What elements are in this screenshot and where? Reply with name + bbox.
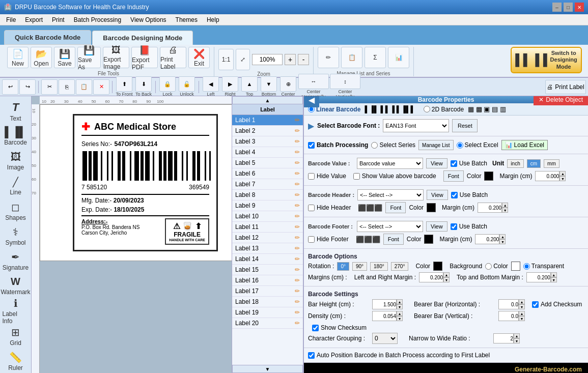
menubar-item-themes[interactable]: Themes: [172, 15, 202, 24]
bar-height-down[interactable]: ▼: [397, 304, 403, 309]
bar-height-input[interactable]: [372, 299, 397, 309]
header-view-button[interactable]: View: [427, 190, 448, 200]
batch-processing-check[interactable]: Batch Processing: [308, 141, 368, 149]
ean-font-select[interactable]: EAN13 Font: [383, 119, 449, 132]
barcode-value-view-button[interactable]: View: [426, 158, 447, 168]
redo-button[interactable]: ↪: [19, 79, 36, 95]
label-edit-icon[interactable]: ✏: [295, 277, 300, 284]
copy-button[interactable]: ⎘: [59, 79, 75, 95]
label-edit-icon[interactable]: ✏: [295, 234, 300, 241]
right-button[interactable]: ▶: [222, 76, 238, 92]
switch-mode-button[interactable]: ▌▌▐▐ Switch to Designing Mode: [511, 47, 582, 73]
options-color-box[interactable]: [433, 262, 442, 271]
menubar-item-help[interactable]: Help: [203, 15, 223, 24]
label-edit-icon[interactable]: ✏: [295, 202, 300, 209]
footer-color-box[interactable]: [424, 235, 433, 244]
edit-btn[interactable]: ✏: [318, 47, 339, 68]
print-label-button[interactable]: 🖨 Print Label: [160, 47, 186, 68]
new-button[interactable]: 📄 New: [7, 47, 29, 68]
header-margin-input[interactable]: [478, 203, 502, 213]
save-button[interactable]: 💾 Save: [54, 47, 75, 68]
density-down[interactable]: ▼: [397, 316, 403, 321]
bar-height-up[interactable]: ▲: [397, 299, 403, 304]
label-edit-icon[interactable]: ✏: [295, 159, 300, 166]
label-item-16[interactable]: Label 16✏: [232, 275, 303, 286]
barcode-footer-select[interactable]: <-- Select -->: [357, 221, 423, 232]
unlock-button[interactable]: 🔓: [179, 76, 195, 92]
shapes-tool[interactable]: ◻ Shapes: [3, 199, 29, 223]
close-button[interactable]: ✕: [575, 3, 584, 12]
bg-transparent-input[interactable]: [523, 263, 530, 270]
menubar-item-export[interactable]: Export: [21, 15, 47, 24]
label-item-15[interactable]: Label 15✏: [232, 265, 303, 275]
header-margin-up[interactable]: ▲: [502, 203, 508, 208]
label-item-13[interactable]: Label 13✏: [232, 243, 303, 254]
select-excel-input[interactable]: [457, 142, 463, 149]
label-info-tool[interactable]: ℹ Label Info: [3, 299, 29, 323]
label-item-4[interactable]: Label 4✏: [232, 147, 303, 158]
narrow-wide-up[interactable]: ▲: [514, 333, 520, 338]
label-scroll-up[interactable]: ▲: [232, 96, 303, 104]
hide-header-check[interactable]: Hide Header: [308, 204, 351, 211]
batch-processing-input[interactable]: [308, 142, 315, 149]
show-checksum-check[interactable]: Show Checksum: [312, 324, 367, 331]
lock-button[interactable]: 🔒: [159, 76, 176, 92]
hide-value-check[interactable]: Hide Value: [308, 173, 346, 180]
quick-mode-tab[interactable]: Quick Barcode Mode: [4, 30, 91, 45]
label-item-14[interactable]: Label 14✏: [232, 254, 303, 265]
value-margin-down[interactable]: ▼: [559, 176, 566, 181]
zoom-ratio-btn[interactable]: 1:1: [218, 49, 234, 70]
exit-button[interactable]: ❌ Exit: [188, 47, 210, 68]
barcode-canvas[interactable]: ✚ ABC Medical Store Series No:- 547OP963…: [40, 104, 232, 261]
char-grouping-select[interactable]: 0: [372, 333, 398, 344]
text-tool[interactable]: T Text: [3, 99, 29, 123]
list-btn[interactable]: 📋: [341, 47, 362, 68]
auto-position-input[interactable]: [308, 352, 315, 359]
bearer-bar-v-up[interactable]: ▲: [519, 311, 525, 316]
watermark-tool[interactable]: W Watermark: [3, 274, 29, 298]
label-item-5[interactable]: Label 5✏: [232, 158, 303, 168]
label-edit-icon[interactable]: ✏: [295, 181, 300, 188]
designing-mode-tab[interactable]: Barcode Designing Mode: [92, 31, 193, 45]
two-d-barcode-input[interactable]: [424, 106, 430, 112]
barcode-header-select[interactable]: <-- Select -->: [357, 189, 424, 200]
lr-margin-input[interactable]: [419, 272, 443, 282]
hide-footer-input[interactable]: [308, 236, 315, 243]
label-edit-icon[interactable]: ✏: [295, 149, 300, 156]
barcode-value-select[interactable]: Barcode value: [357, 158, 423, 169]
label-edit-icon[interactable]: ✏: [295, 170, 300, 177]
menubar-item-batch-processing[interactable]: Batch Processing: [70, 15, 125, 24]
sigma-btn[interactable]: Σ: [365, 47, 386, 68]
label-item-19[interactable]: Label 19✏: [232, 307, 303, 318]
label-scroll-down[interactable]: ▼: [232, 365, 303, 373]
paste-button[interactable]: 📋: [76, 79, 92, 95]
add-checksum-check[interactable]: Add Checksum: [532, 301, 582, 308]
grid-tool[interactable]: ⊞ Grid: [3, 324, 29, 348]
center-v-button[interactable]: ↕: [330, 74, 360, 89]
label-item-3[interactable]: Label 3✏: [232, 136, 303, 147]
minimize-button[interactable]: –: [552, 3, 562, 12]
center-button[interactable]: ⊕: [280, 76, 296, 92]
left-button[interactable]: ◀: [203, 76, 219, 92]
show-checksum-input[interactable]: [312, 325, 319, 331]
show-above-check[interactable]: Show Value above barcode: [353, 173, 436, 180]
cut-button[interactable]: ✂: [41, 79, 58, 95]
bearer-bar-h-input[interactable]: [498, 299, 519, 309]
delete-object-button[interactable]: ✕ Delete Object: [534, 96, 588, 105]
footer-use-batch-input[interactable]: [451, 223, 457, 230]
rot-180-button[interactable]: 180°: [370, 262, 388, 271]
label-edit-icon[interactable]: ✏: [295, 213, 300, 220]
bg-transparent-radio[interactable]: Transparent: [523, 263, 564, 270]
menubar-item-view-options[interactable]: View Options: [126, 15, 170, 24]
label-item-2[interactable]: Label 2✏: [232, 126, 303, 136]
label-edit-icon[interactable]: ✏: [295, 138, 300, 145]
header-use-batch-check[interactable]: Use Batch: [451, 191, 488, 198]
undo-button[interactable]: ↩: [2, 79, 18, 95]
line-tool[interactable]: ╱ Line: [3, 174, 29, 198]
maximize-button[interactable]: □: [564, 3, 573, 12]
open-button[interactable]: 📂 Open: [31, 47, 52, 68]
tb-margin-input[interactable]: [526, 272, 551, 282]
unit-mm-button[interactable]: mm: [544, 159, 559, 168]
label-edit-icon[interactable]: ✏: [295, 245, 300, 252]
label-item-7[interactable]: Label 7✏: [232, 179, 303, 190]
